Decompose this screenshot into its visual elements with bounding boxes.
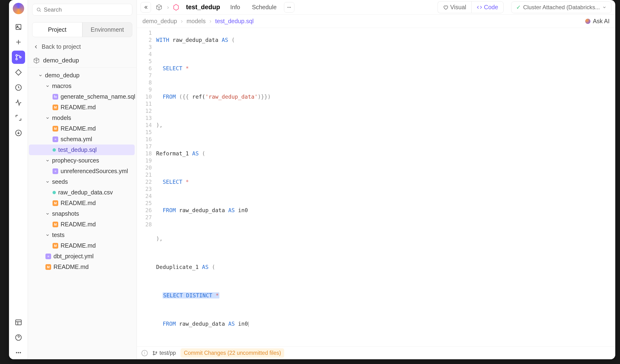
project-header: demo_dedup	[28, 53, 137, 68]
tree-file-snapshots-readme[interactable]: M README.md	[29, 219, 135, 230]
tree-file-macros-readme[interactable]: M README.md	[29, 102, 135, 113]
svg-point-3	[16, 59, 17, 60]
code-icon	[477, 5, 482, 10]
svg-point-11	[20, 352, 21, 353]
chevron-down-icon	[46, 180, 50, 184]
app-logo[interactable]	[13, 3, 24, 14]
sql-dot-icon	[53, 148, 56, 152]
tree-folder-prophecy-sources[interactable]: prophecy-sources	[29, 155, 135, 166]
git-branch[interactable]: test/pp	[152, 350, 176, 356]
svg-point-14	[289, 7, 289, 8]
search-icon	[36, 7, 41, 12]
csv-dot-icon	[53, 191, 56, 194]
line-gutter: 1234567891011121314151617181920212223242…	[137, 28, 156, 347]
svg-point-17	[153, 354, 154, 355]
chevron-down-icon	[46, 233, 50, 237]
rail-download-icon[interactable]	[12, 126, 25, 139]
chevron-down-icon	[46, 158, 50, 163]
tab-info[interactable]: Info	[226, 2, 245, 13]
page-title: test_dedup	[186, 3, 220, 11]
md-icon: M	[53, 243, 58, 249]
svg-point-16	[153, 351, 154, 352]
hex-icon	[172, 3, 180, 12]
toggle-visual[interactable]: Visual	[437, 1, 471, 13]
tree-folder-tests[interactable]: tests	[29, 230, 135, 240]
breadcrumb: demo_dedup › models › test_dedup.sql Ask…	[137, 15, 615, 28]
yml-icon: ≡	[53, 168, 58, 174]
tree-folder-models[interactable]: models	[29, 113, 135, 123]
tree-folder-seeds[interactable]: seeds	[29, 176, 135, 187]
search-input-wrap[interactable]	[32, 4, 132, 15]
commit-changes-button[interactable]: Commit Changes (22 uncommitted files)	[181, 349, 284, 358]
cube-icon	[33, 57, 40, 64]
chevron-down-icon	[602, 5, 606, 9]
md-icon: M	[53, 126, 58, 132]
tree-file-generate-schema[interactable]: fx generate_schema_name.sql	[29, 91, 135, 102]
arrow-left-icon	[33, 44, 39, 50]
collapse-left-button[interactable]	[140, 2, 151, 13]
cluster-selector[interactable]: ✓ Cluster Attached (Databricks...	[511, 1, 611, 13]
project-name: demo_dedup	[43, 57, 79, 64]
cube-button[interactable]	[154, 2, 164, 13]
svg-point-12	[37, 8, 40, 11]
doc-icon: ≡	[46, 254, 51, 259]
search-input[interactable]	[44, 6, 128, 13]
tree-file-dbt-project[interactable]: ≡ dbt_project.yml	[29, 251, 135, 262]
svg-point-18	[156, 352, 157, 353]
ask-ai-button[interactable]: Ask AI	[585, 18, 610, 25]
tree-file-raw-csv[interactable]: raw_dedup_data.csv	[29, 187, 135, 198]
code-body[interactable]: WITH raw_dedup_data AS ( SELECT * FROM (…	[156, 28, 615, 347]
chevron-down-icon	[46, 116, 50, 120]
more-button[interactable]	[284, 2, 294, 13]
tree-file-models-readme[interactable]: M README.md	[29, 123, 135, 134]
yml-icon: ≡	[53, 136, 58, 142]
svg-rect-7	[16, 320, 21, 325]
code-editor[interactable]: 1234567891011121314151617181920212223242…	[137, 28, 615, 347]
ai-icon	[585, 19, 590, 24]
svg-point-10	[18, 352, 19, 353]
tree-root[interactable]: demo_dedup	[29, 70, 135, 81]
back-to-project[interactable]: Back to project	[28, 37, 137, 53]
md-icon: M	[53, 222, 58, 227]
rail-help-icon[interactable]	[12, 331, 25, 344]
tree-file-schema-yml[interactable]: ≡ schema.yml	[29, 134, 135, 145]
chevron-down-icon	[38, 73, 43, 77]
tree-file-tests-readme[interactable]: M README.md	[29, 240, 135, 251]
tab-project[interactable]: Project	[32, 22, 82, 37]
svg-point-4	[19, 57, 21, 58]
svg-point-2	[16, 55, 17, 56]
crumb-project[interactable]: demo_dedup	[142, 18, 177, 25]
rail-more-icon[interactable]	[12, 346, 25, 359]
tree-file-unref-sources[interactable]: ≡ unreferencedSources.yml	[29, 166, 135, 176]
rail-add-icon[interactable]	[12, 35, 25, 49]
chevron-down-icon	[46, 84, 50, 88]
tab-environment[interactable]: Environment	[82, 22, 133, 37]
tree-file-root-readme[interactable]: M README.md	[29, 262, 135, 272]
toggle-code[interactable]: Code	[471, 1, 504, 13]
rail-clock-icon[interactable]	[12, 81, 25, 94]
cube-icon	[156, 4, 162, 11]
svg-point-9	[16, 352, 17, 353]
fx-icon: fx	[53, 94, 58, 100]
crumb-file[interactable]: test_dedup.sql	[215, 18, 254, 25]
svg-point-15	[290, 7, 291, 8]
tree-file-seeds-readme[interactable]: M README.md	[29, 198, 135, 208]
tree-folder-snapshots[interactable]: snapshots	[29, 208, 135, 219]
info-icon[interactable]: i	[141, 350, 148, 356]
md-icon: M	[53, 200, 58, 206]
chevron-down-icon	[46, 212, 50, 216]
tab-schedule[interactable]: Schedule	[248, 2, 281, 13]
rail-layout-icon[interactable]	[12, 316, 25, 329]
rail-git-icon[interactable]	[12, 51, 25, 64]
heart-icon	[443, 5, 448, 10]
crumb-models[interactable]: models	[186, 18, 206, 25]
tree-file-test-dedup[interactable]: test_dedup.sql	[29, 145, 135, 155]
back-label: Back to project	[42, 43, 81, 50]
rail-files-icon[interactable]	[12, 20, 25, 34]
md-icon: M	[53, 105, 58, 110]
rail-expand-icon[interactable]	[12, 111, 25, 124]
svg-point-13	[288, 7, 288, 8]
rail-activity-icon[interactable]	[12, 96, 25, 109]
tree-folder-macros[interactable]: macros	[29, 81, 135, 91]
rail-diamond-icon[interactable]	[12, 66, 25, 79]
